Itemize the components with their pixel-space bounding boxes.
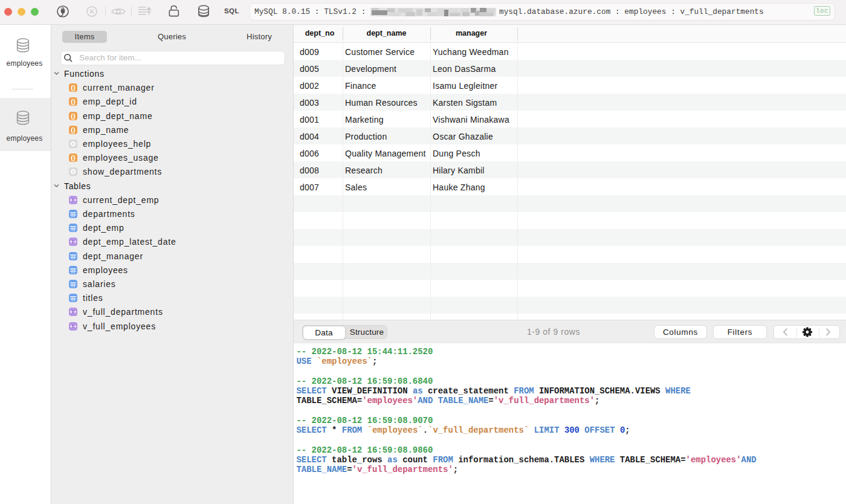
svg-text:{}: {} xyxy=(71,85,76,91)
svg-text:{}: {} xyxy=(71,112,76,119)
svg-text:{}: {} xyxy=(71,155,76,161)
svg-text:{}: {} xyxy=(71,126,76,133)
svg-text:{}: {} xyxy=(71,99,76,105)
